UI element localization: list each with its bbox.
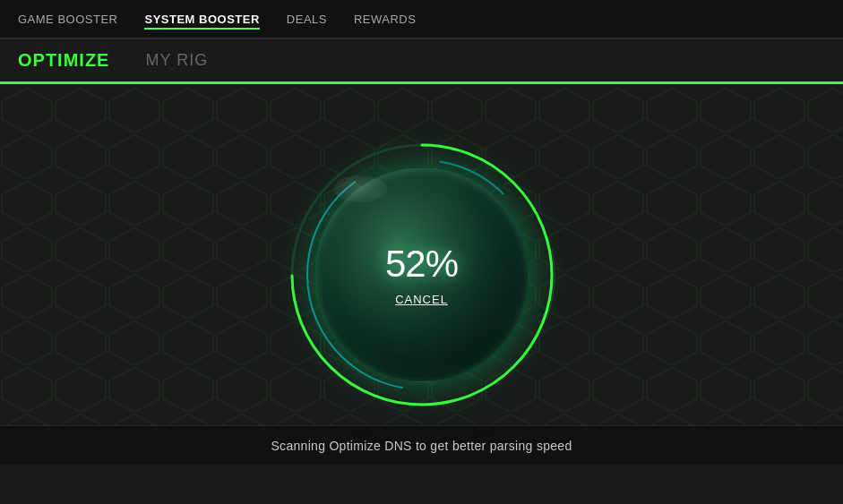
nav-bar: GAME BOOSTER SYSTEM BOOSTER DEALS REWARD… bbox=[0, 0, 843, 39]
sub-nav: OPTIMIZE MY RIG bbox=[0, 39, 843, 84]
main-content: 52% CANCEL Scanning Optimize DNS to get … bbox=[0, 84, 843, 465]
sub-nav-my-rig[interactable]: MY RIG bbox=[145, 51, 208, 70]
percentage-display: 52% bbox=[385, 243, 458, 286]
nav-system-booster[interactable]: SYSTEM BOOSTER bbox=[144, 9, 259, 30]
status-bar: Scanning Optimize DNS to get better pars… bbox=[0, 425, 843, 465]
nav-game-booster[interactable]: GAME BOOSTER bbox=[18, 9, 117, 30]
sub-nav-optimize[interactable]: OPTIMIZE bbox=[18, 50, 109, 71]
progress-circle-container: 52% CANCEL bbox=[288, 141, 556, 409]
nav-rewards[interactable]: REWARDS bbox=[354, 9, 416, 30]
cancel-button[interactable]: CANCEL bbox=[395, 293, 448, 306]
status-message: Scanning Optimize DNS to get better pars… bbox=[271, 439, 572, 453]
progress-orb: 52% CANCEL bbox=[314, 167, 529, 382]
nav-deals[interactable]: DEALS bbox=[287, 9, 327, 30]
